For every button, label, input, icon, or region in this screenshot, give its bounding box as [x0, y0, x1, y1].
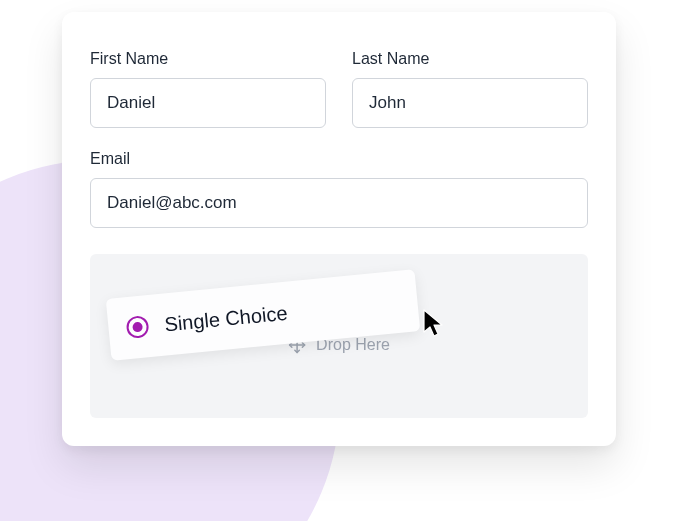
- drop-zone[interactable]: Drop Here Single Choice: [90, 254, 588, 418]
- name-row: First Name Last Name: [90, 50, 588, 128]
- form-builder-card: First Name Last Name Email Drop Here Si: [62, 12, 616, 446]
- first-name-label: First Name: [90, 50, 326, 68]
- email-field: Email: [90, 150, 588, 228]
- single-choice-label: Single Choice: [163, 301, 288, 336]
- last-name-field: Last Name: [352, 50, 588, 128]
- cursor-icon: [422, 308, 448, 338]
- first-name-input[interactable]: [90, 78, 326, 128]
- radio-icon: [126, 315, 150, 339]
- last-name-input[interactable]: [352, 78, 588, 128]
- email-label: Email: [90, 150, 588, 168]
- first-name-field: First Name: [90, 50, 326, 128]
- email-input[interactable]: [90, 178, 588, 228]
- last-name-label: Last Name: [352, 50, 588, 68]
